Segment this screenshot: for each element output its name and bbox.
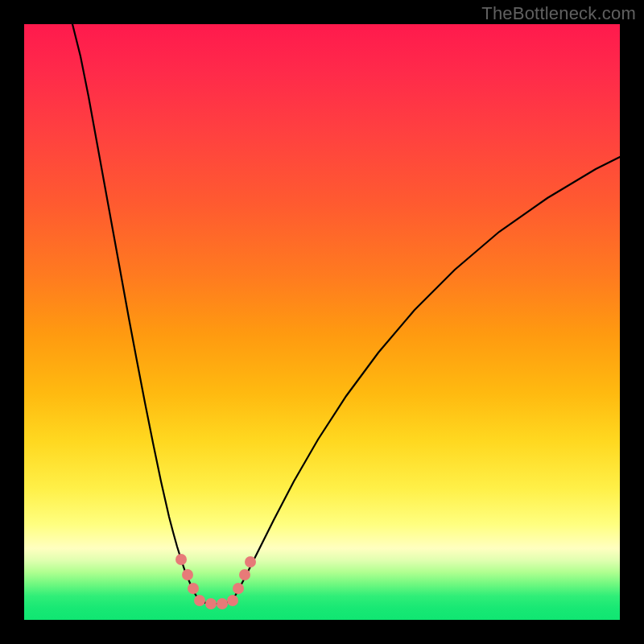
watermark-text: TheBottleneck.com xyxy=(481,3,636,24)
marker-dot xyxy=(175,554,187,565)
marker-dot xyxy=(245,556,256,568)
marker-dot xyxy=(217,598,228,609)
right-branch-line xyxy=(232,157,620,601)
chart-container: TheBottleneck.com xyxy=(0,0,644,644)
marker-dot xyxy=(194,595,205,606)
marker-dot xyxy=(182,569,193,580)
marker-dot xyxy=(233,583,244,594)
left-branch-line xyxy=(72,24,200,601)
marker-dot xyxy=(227,595,238,606)
marker-dots xyxy=(175,554,256,609)
marker-dot xyxy=(205,598,217,609)
plot-area xyxy=(24,24,620,620)
marker-dot xyxy=(188,583,199,594)
marker-dot xyxy=(239,569,250,580)
curve-layer xyxy=(24,24,620,620)
